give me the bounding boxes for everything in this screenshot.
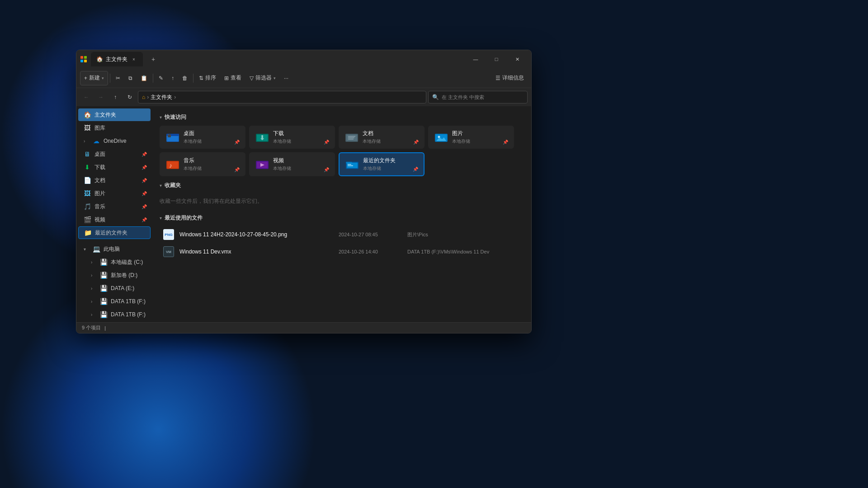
drive-e-icon: 💾 [100, 285, 107, 292]
cut-button[interactable]: ✂ [112, 71, 124, 85]
svg-rect-2 [80, 60, 83, 62]
path-separator-2: › [174, 94, 176, 100]
sidebar-item-documents[interactable]: 📄 文档 📌 [78, 174, 151, 187]
forward-button[interactable]: → [94, 91, 107, 103]
recent-item-vmx[interactable]: VM Windows 11 Dev.vmx 2024-10-26 14:40 D… [160, 244, 524, 260]
status-bar: 9 个项目 | [76, 322, 531, 333]
recent-vmx-path: DATA 1TB (F:)\VMs\Windows 11 Dev [407, 249, 520, 254]
minimize-button[interactable]: — [465, 52, 486, 66]
sidebar-drive-e-label: DATA (E:) [111, 285, 134, 291]
svg-text:♪: ♪ [169, 162, 172, 169]
address-path-bar[interactable]: ⌂ › 主文件夹 › [138, 91, 426, 103]
sidebar-item-onedrive[interactable]: › ☁ OneDrive [78, 135, 151, 147]
sidebar-onedrive-label: OneDrive [104, 138, 127, 144]
pc-icon: 💻 [93, 245, 100, 253]
qa-pics-name: 图片 [452, 130, 470, 137]
qa-desktop-pin-icon: 📌 [234, 140, 240, 145]
paste-button[interactable]: 📋 [137, 71, 151, 85]
svg-text:⬇: ⬇ [259, 134, 265, 141]
view-button[interactable]: ⊞ 查看 [221, 71, 245, 85]
sidebar-drive-f1-label: DATA 1TB (F:) [111, 298, 146, 305]
close-button[interactable]: ✕ [507, 52, 528, 66]
sidebar-item-drive-c[interactable]: › 💾 本地磁盘 (C:) [78, 256, 151, 268]
qa-item-download[interactable]: ⬇ 下载 本地存储 📌 [249, 126, 335, 149]
gallery-icon: 🖼 [84, 124, 91, 131]
back-button[interactable]: ← [80, 91, 93, 103]
video-icon: 🎬 [84, 216, 91, 223]
thispc-chevron-icon: ▾ [84, 247, 89, 252]
sidebar-item-downloads[interactable]: ⬇ 下载 📌 [78, 161, 151, 174]
new-chevron-icon: ▾ [102, 76, 104, 80]
qa-item-doc[interactable]: 文档 本地存储 📌 [339, 126, 425, 149]
rename-button[interactable]: ✎ [155, 71, 167, 85]
qa-recent-name: 最近的文件夹 [363, 157, 396, 164]
sidebar-item-drive-f2[interactable]: › 💾 DATA 1TB (F:) [78, 308, 151, 321]
qa-item-video[interactable]: 视频 本地存储 📌 [249, 152, 335, 176]
view-icon: ⊞ [224, 75, 229, 81]
sidebar-music-label: 音乐 [94, 203, 105, 211]
share-button[interactable]: ↑ [168, 71, 178, 85]
new-button[interactable]: + 新建 ▾ [80, 71, 108, 85]
new-tab-button[interactable]: + [146, 52, 160, 66]
svg-rect-15 [348, 139, 354, 140]
svg-rect-3 [84, 60, 87, 62]
drive-f1-icon: 💾 [100, 298, 107, 305]
sidebar-drive-c-label: 本地磁盘 (C:) [111, 258, 143, 266]
search-box[interactable]: 🔍 在 主文件夹 中搜索 [428, 91, 528, 103]
filter-button[interactable]: ▽ 筛选器 ▾ [246, 71, 279, 85]
recent-files-section-header[interactable]: ▾ 最近使用的文件 [160, 214, 524, 222]
sidebar-desktop-label: 桌面 [94, 150, 105, 158]
paste-icon: 📋 [141, 75, 147, 81]
sort-button[interactable]: ⇅ 排序 [195, 71, 220, 85]
up-button[interactable]: ↑ [109, 91, 122, 103]
filter-icon: ▽ [250, 75, 254, 81]
details-label: 详细信息 [502, 74, 524, 82]
quick-access-title: 快速访问 [165, 113, 186, 121]
downloads-pin-icon: 📌 [142, 165, 147, 170]
sidebar-item-music[interactable]: 🎵 音乐 📌 [78, 200, 151, 213]
delete-button[interactable]: 🗑 [179, 71, 191, 85]
new-label: 新建 [89, 74, 100, 82]
qa-item-desktop[interactable]: ⬛ 桌面 本地存储 📌 [160, 126, 245, 149]
drive-d-icon: 💾 [100, 272, 107, 279]
sidebar-item-desktop[interactable]: 🖥 桌面 📌 [78, 148, 151, 160]
details-toggle-button[interactable]: ☰ 详细信息 [492, 72, 528, 84]
favorites-section-header[interactable]: ▾ 收藏夹 [160, 182, 524, 189]
svg-text:⬛: ⬛ [168, 134, 171, 138]
qa-item-pics[interactable]: 图片 本地存储 📌 [428, 126, 514, 149]
qa-recent-info: 最近的文件夹 本地存储 [363, 157, 396, 172]
sidebar-item-videos[interactable]: 🎬 视频 📌 [78, 213, 151, 226]
path-separator-1: › [147, 94, 149, 100]
qa-item-music[interactable]: ♪ 音乐 本地存储 📌 [160, 152, 245, 176]
maximize-button[interactable]: □ [486, 52, 507, 66]
sidebar-item-drive-e[interactable]: › 💾 DATA (E:) [78, 282, 151, 295]
drive-f2-chevron-icon: › [91, 312, 96, 317]
favorites-chevron-icon: ▾ [160, 183, 162, 188]
refresh-button[interactable]: ↻ [123, 91, 136, 103]
sidebar-item-home[interactable]: 🏠 主文件夹 [78, 108, 151, 121]
copy-button[interactable]: ⧉ [125, 71, 136, 85]
tab-close-button[interactable]: × [130, 56, 137, 63]
sidebar-item-recent-folder[interactable]: 📁 最近的文件夹 [78, 226, 151, 239]
drive-e-chevron-icon: › [91, 286, 96, 291]
filter-chevron-icon: ▾ [274, 76, 276, 80]
desktop-pin-icon: 📌 [142, 152, 147, 157]
documents-icon: 📄 [84, 177, 91, 184]
qa-item-recent[interactable]: 最近的文件夹 本地存储 📌 [339, 152, 425, 176]
sidebar-item-drive-f1[interactable]: › 💾 DATA 1TB (F:) [78, 295, 151, 308]
recent-files-list: PNG Windows 11 24H2-2024-10-27-08-45-20.… [160, 226, 524, 260]
qa-recent-sub: 本地存储 [363, 165, 396, 172]
qa-music-info: 音乐 本地存储 [184, 157, 202, 172]
toolbar-separator-1 [110, 74, 110, 83]
active-tab[interactable]: 🏠 主文件夹 × [91, 52, 143, 66]
sidebar-recent-label: 最近的文件夹 [95, 229, 127, 237]
sidebar-item-pictures[interactable]: 🖼 图片 📌 [78, 187, 151, 200]
sidebar-item-drive-d[interactable]: › 💾 新加卷 (D:) [78, 269, 151, 282]
recent-item-png[interactable]: PNG Windows 11 24H2-2024-10-27-08-45-20.… [160, 226, 524, 243]
sidebar-drive-f2-label: DATA 1TB (F:) [111, 311, 146, 318]
sidebar-item-gallery[interactable]: 🖼 图库 [78, 122, 151, 134]
quick-access-section-header[interactable]: ▾ 快速访问 [160, 113, 524, 121]
sidebar-item-thispc[interactable]: ▾ 💻 此电脑 [78, 243, 151, 255]
more-button[interactable]: ··· [280, 71, 292, 85]
qa-desktop-sub: 本地存储 [184, 138, 202, 145]
